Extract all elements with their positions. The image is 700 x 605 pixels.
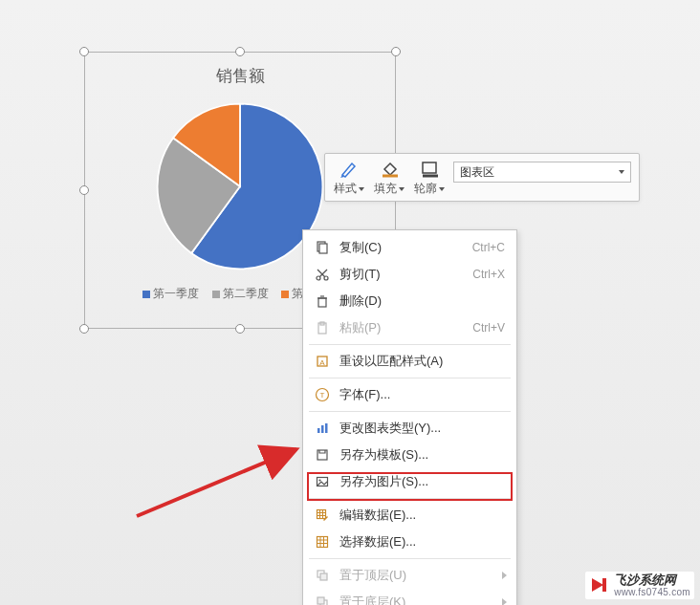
menu-bring-front: 置于顶层(U)	[303, 562, 516, 589]
context-menu: 复制(C) Ctrl+C 剪切(T) Ctrl+X 删除(D) 粘贴(P) Ct…	[302, 229, 517, 605]
reset-style-icon: A	[313, 353, 332, 370]
svg-line-41	[137, 449, 296, 516]
resize-handle-bl[interactable]	[79, 324, 89, 334]
menu-save-as-template[interactable]: 另存为模板(S)...	[303, 442, 516, 468]
style-label: 样式	[334, 182, 357, 195]
canvas-area: 销售额 第一季度 第二季度 第三季度 样式	[0, 0, 700, 605]
menu-label: 删除(D)	[339, 292, 505, 310]
svg-rect-24	[317, 510, 326, 519]
menu-label: 重设以匹配样式(A)	[339, 353, 505, 370]
menu-send-back: 置于底层(K)	[303, 589, 516, 605]
menu-edit-data[interactable]: 编辑数据(E)...	[303, 502, 516, 529]
menu-font[interactable]: T 字体(F)...	[303, 381, 516, 408]
menu-label: 编辑数据(E)...	[339, 507, 505, 524]
caret-down-icon	[359, 187, 364, 191]
menu-select-data[interactable]: 选择数据(E)...	[303, 529, 516, 555]
scissors-icon	[313, 266, 332, 283]
menu-copy[interactable]: 复制(C) Ctrl+C	[303, 234, 516, 261]
svg-text:A: A	[319, 358, 325, 367]
brush-icon	[338, 160, 361, 179]
watermark-url: www.fs0745.com	[614, 587, 690, 597]
outline-icon	[418, 160, 441, 179]
chart-element-selector[interactable]: 图表区	[453, 162, 631, 183]
pie-chart[interactable]	[154, 100, 326, 272]
menu-label: 剪切(T)	[339, 266, 472, 283]
resize-handle-bm[interactable]	[235, 324, 245, 334]
fill-bucket-icon	[378, 160, 401, 179]
menu-change-chart-type[interactable]: 更改图表类型(Y)...	[303, 415, 516, 442]
submenu-arrow-icon	[502, 598, 507, 605]
save-template-icon	[313, 446, 332, 464]
svg-rect-20	[325, 423, 328, 433]
menu-label: 更改图表类型(Y)...	[339, 420, 505, 437]
mini-toolbar: 样式 填充 轮廓 图表区	[324, 153, 640, 202]
menu-save-as-image[interactable]: 另存为图片(S)...	[303, 468, 516, 495]
style-button[interactable]: 样式	[333, 160, 365, 197]
outline-button[interactable]: 轮廓	[413, 160, 446, 197]
caret-down-icon	[399, 187, 405, 191]
image-icon	[313, 473, 332, 490]
svg-rect-19	[321, 425, 324, 433]
selector-value: 图表区	[460, 164, 494, 181]
menu-reset-style[interactable]: A 重设以匹配样式(A)	[303, 348, 516, 375]
menu-label: 另存为图片(S)...	[339, 473, 505, 490]
logo-icon	[589, 574, 610, 595]
bar-chart-icon	[313, 420, 332, 437]
svg-rect-1	[423, 162, 436, 173]
svg-rect-29	[317, 537, 328, 548]
fill-label: 填充	[374, 182, 397, 195]
svg-rect-18	[317, 428, 320, 433]
menu-label: 置于底层(K)	[339, 594, 505, 605]
grid-icon	[313, 533, 332, 551]
paste-icon	[313, 319, 332, 336]
font-icon: T	[313, 386, 332, 403]
outline-label: 轮廓	[414, 182, 437, 195]
menu-delete[interactable]: 删除(D)	[303, 288, 516, 314]
menu-cut[interactable]: 剪切(T) Ctrl+X	[303, 261, 516, 288]
menu-separator	[309, 344, 511, 345]
svg-rect-9	[318, 298, 326, 307]
menu-label: 置于顶层(U)	[339, 567, 505, 584]
svg-point-23	[318, 479, 320, 481]
menu-separator	[309, 378, 511, 378]
menu-label: 复制(C)	[339, 239, 472, 256]
watermark-title: 飞沙系统网	[614, 573, 690, 587]
watermark: 飞沙系统网 www.fs0745.com	[585, 572, 694, 599]
svg-text:T: T	[320, 391, 325, 400]
menu-label: 字体(F)...	[339, 386, 505, 403]
svg-rect-42	[602, 578, 606, 592]
resize-handle-tr[interactable]	[391, 47, 401, 56]
menu-label: 选择数据(E)...	[339, 533, 505, 551]
fill-button[interactable]: 填充	[373, 160, 405, 197]
resize-handle-tm[interactable]	[235, 47, 245, 56]
delete-icon	[313, 292, 332, 310]
menu-paste: 粘贴(P) Ctrl+V	[303, 314, 516, 341]
menu-shortcut: Ctrl+C	[472, 241, 505, 254]
edit-grid-icon	[313, 507, 332, 524]
menu-separator	[309, 411, 511, 412]
copy-icon	[313, 239, 332, 256]
submenu-arrow-icon	[502, 572, 507, 579]
resize-handle-tl[interactable]	[79, 47, 89, 56]
resize-handle-ml[interactable]	[79, 185, 89, 195]
menu-label: 另存为模板(S)...	[339, 446, 505, 464]
menu-shortcut: Ctrl+X	[472, 268, 505, 281]
annotation-arrow	[129, 421, 320, 526]
bring-front-icon	[313, 567, 332, 584]
menu-shortcut: Ctrl+V	[472, 321, 505, 335]
svg-rect-4	[319, 244, 327, 253]
svg-rect-35	[320, 573, 327, 580]
menu-separator	[309, 498, 511, 499]
svg-rect-37	[317, 597, 324, 604]
send-back-icon	[313, 594, 332, 605]
menu-separator	[309, 558, 511, 559]
caret-down-icon	[439, 187, 445, 191]
menu-label: 粘贴(P)	[339, 319, 472, 336]
